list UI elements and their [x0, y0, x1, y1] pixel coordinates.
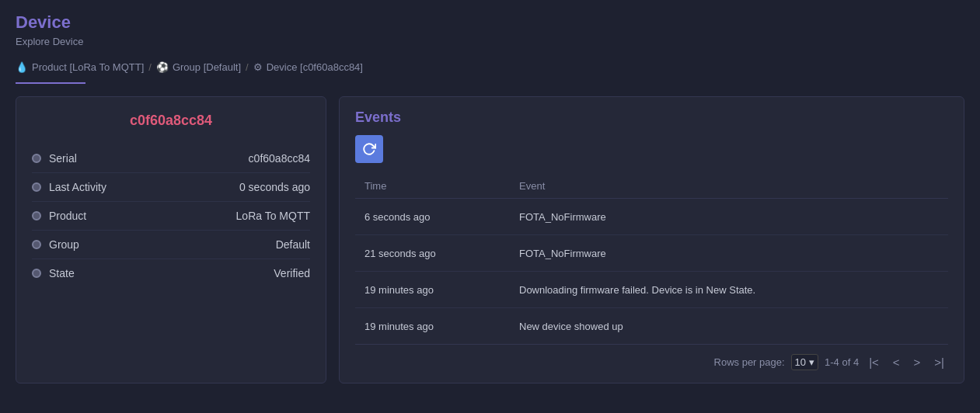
info-label-group: Group — [32, 238, 79, 251]
info-value: c0f60a8cc84 — [249, 152, 310, 165]
event-name: Downloading firmware failed. Device is i… — [510, 272, 948, 308]
info-label-group: Product — [32, 210, 86, 222]
info-label-group: State — [32, 267, 75, 279]
content-area: c0f60a8cc84 Serial c0f60a8cc84 Last Acti… — [0, 84, 980, 396]
events-title: Events — [355, 109, 948, 126]
rows-dropdown-arrow: ▾ — [809, 356, 814, 368]
page-header: Device Explore Device 💧 Product [LoRa To… — [0, 0, 980, 84]
info-label-group: Last Activity — [32, 181, 106, 193]
info-label: Group — [49, 238, 79, 251]
breadcrumb-product[interactable]: 💧 Product [LoRa To MQTT] — [16, 61, 144, 73]
col-event: Event — [510, 174, 948, 199]
info-value: LoRa To MQTT — [236, 210, 310, 222]
info-label: State — [49, 267, 75, 279]
device-info-panel: c0f60a8cc84 Serial c0f60a8cc84 Last Acti… — [16, 96, 326, 384]
info-label: Serial — [49, 152, 77, 165]
event-name: New device showed up — [510, 308, 948, 344]
page-title: Device — [16, 12, 964, 33]
breadcrumb-product-label: Product [LoRa To MQTT] — [32, 61, 144, 73]
info-label-group: Serial — [32, 152, 77, 165]
device-id-heading: c0f60a8cc84 — [32, 113, 310, 129]
pagination-last-button[interactable]: >| — [930, 354, 948, 370]
col-time: Time — [355, 174, 510, 199]
breadcrumb-device-label: Device [c0f60a8cc84] — [267, 61, 363, 73]
breadcrumb: 💧 Product [LoRa To MQTT] / ⚽ Group [Defa… — [16, 55, 964, 73]
event-time: 19 minutes ago — [355, 308, 510, 344]
info-label: Product — [49, 210, 86, 222]
status-dot — [32, 154, 41, 163]
page-subtitle: Explore Device — [16, 36, 964, 47]
events-table-body: 6 seconds ago FOTA_NoFirmware 21 seconds… — [355, 199, 948, 345]
event-name: FOTA_NoFirmware — [510, 235, 948, 272]
info-label: Last Activity — [49, 181, 106, 193]
device-icon: ⚙ — [253, 61, 263, 73]
events-table-head: Time Event — [355, 174, 948, 199]
breadcrumb-sep-2: / — [246, 61, 249, 73]
info-row: Serial c0f60a8cc84 — [32, 144, 310, 173]
events-header-row: Time Event — [355, 174, 948, 199]
status-dot — [32, 240, 41, 249]
breadcrumb-group-label: Group [Default] — [173, 61, 241, 73]
info-row: Last Activity 0 seconds ago — [32, 173, 310, 202]
event-time: 21 seconds ago — [355, 235, 510, 272]
table-row: 19 minutes ago New device showed up — [355, 308, 948, 344]
info-row: Group Default — [32, 231, 310, 259]
info-value: Verified — [274, 267, 310, 279]
status-dot — [32, 269, 41, 278]
rows-per-page-label: Rows per page: — [714, 356, 785, 368]
info-value: Default — [276, 238, 310, 251]
event-time: 6 seconds ago — [355, 199, 510, 235]
event-time: 19 minutes ago — [355, 272, 510, 308]
table-row: 19 minutes ago Downloading firmware fail… — [355, 272, 948, 308]
group-icon: ⚽ — [156, 61, 169, 73]
breadcrumb-sep-1: / — [148, 61, 152, 73]
product-icon: 💧 — [16, 61, 28, 73]
event-name: FOTA_NoFirmware — [510, 199, 948, 235]
breadcrumb-group[interactable]: ⚽ Group [Default] — [156, 61, 241, 73]
breadcrumb-device[interactable]: ⚙ Device [c0f60a8cc84] — [253, 61, 363, 73]
info-value: 0 seconds ago — [239, 181, 310, 193]
info-rows-container: Serial c0f60a8cc84 Last Activity 0 secon… — [32, 144, 310, 287]
pagination-prev-button[interactable]: < — [889, 354, 904, 370]
pagination-range: 1-4 of 4 — [825, 356, 859, 368]
table-row: 6 seconds ago FOTA_NoFirmware — [355, 199, 948, 235]
status-dot — [32, 211, 41, 220]
pagination-next-button[interactable]: > — [910, 354, 925, 370]
info-row: State Verified — [32, 259, 310, 287]
events-panel: Events Time Event 6 seconds ago FOTA_NoF… — [339, 96, 964, 384]
info-row: Product LoRa To MQTT — [32, 202, 310, 231]
pagination-row: Rows per page: 10 ▾ 1-4 of 4 |< < > >| — [355, 344, 948, 370]
refresh-button[interactable] — [355, 135, 383, 163]
pagination-first-button[interactable]: |< — [865, 354, 883, 370]
rows-per-page-value: 10 — [795, 356, 806, 368]
table-row: 21 seconds ago FOTA_NoFirmware — [355, 235, 948, 272]
events-table: Time Event 6 seconds ago FOTA_NoFirmware… — [355, 174, 948, 344]
rows-per-page-select[interactable]: 10 ▾ — [791, 354, 818, 370]
status-dot — [32, 182, 41, 192]
